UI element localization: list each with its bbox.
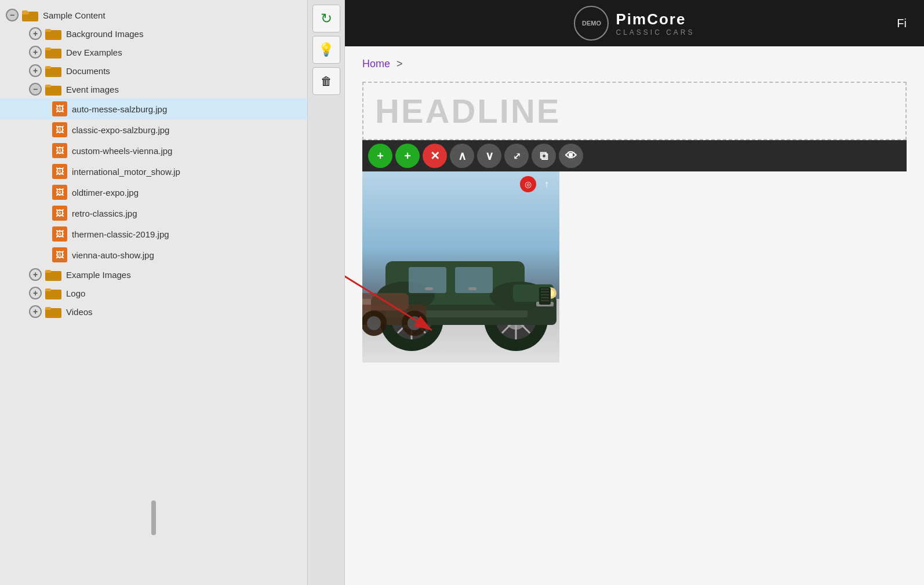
folder-icon-videos: [45, 305, 61, 318]
breadcrumb-home-link[interactable]: Home: [362, 58, 390, 70]
svg-rect-12: [45, 270, 51, 273]
dev-examples-label: Dev Examples: [66, 47, 122, 57]
target-icon[interactable]: ◎: [520, 176, 536, 192]
brand-name: PimCore: [616, 10, 694, 28]
refresh-button[interactable]: ↻: [312, 5, 340, 32]
folder-icon-logo: [45, 287, 61, 299]
svg-rect-44: [539, 287, 551, 305]
file-label-intl-motor: international_motor_show.jp: [72, 167, 180, 177]
file-tree-panel: − Sample Content + Background Images + D…: [0, 0, 307, 585]
content-panel: DEMO PimCore CLASSIC CARS Fi Home > HEAD…: [345, 0, 924, 585]
demo-badge: DEMO: [582, 20, 601, 27]
lightbulb-button[interactable]: 💡: [312, 36, 340, 64]
move-down-button[interactable]: ∨: [477, 144, 501, 168]
list-item-thermen[interactable]: thermen-classic-2019.jpg: [0, 224, 307, 244]
eye-icon: 👁: [565, 149, 577, 163]
file-label-thermen: thermen-classic-2019.jpg: [72, 229, 169, 239]
sidebar-item-dev-examples[interactable]: + Dev Examples: [0, 43, 307, 61]
root-toggle[interactable]: −: [6, 9, 19, 21]
sidebar-item-logo[interactable]: + Logo: [0, 284, 307, 302]
move-up-button[interactable]: ∧: [450, 144, 474, 168]
list-item-custom-wheels[interactable]: custom-wheels-vienna.jpg: [0, 140, 307, 161]
copy-button[interactable]: ⧉: [532, 144, 556, 168]
list-item-intl-motor[interactable]: international_motor_show.jp: [0, 161, 307, 182]
site-header: DEMO PimCore CLASSIC CARS Fi: [345, 0, 924, 46]
brand-sub: CLASSIC CARS: [616, 28, 694, 36]
svg-rect-8: [45, 66, 51, 69]
bg-images-toggle[interactable]: +: [29, 27, 42, 40]
list-item-retro[interactable]: retro-classics.jpg: [0, 203, 307, 224]
svg-rect-53: [362, 293, 409, 310]
add-after-button[interactable]: +: [395, 144, 420, 168]
image-file-icon: [52, 226, 67, 242]
file-label-vienna: vienna-auto-show.jpg: [72, 250, 154, 260]
add-before-button[interactable]: +: [368, 144, 392, 168]
middle-toolbar: ↻ 💡 🗑 ◂: [307, 0, 345, 585]
videos-toggle[interactable]: +: [29, 305, 42, 318]
headline-container: HEADLINE: [362, 82, 907, 140]
tree-root[interactable]: − Sample Content: [0, 6, 307, 24]
list-item-auto-messe[interactable]: auto-messe-salzburg.jpg: [0, 98, 307, 119]
plus-icon-2: +: [404, 149, 411, 163]
folder-icon-docs: [45, 64, 61, 77]
trash-icon: 🗑: [321, 75, 332, 88]
logo-circle: DEMO: [574, 6, 609, 41]
event-images-toggle[interactable]: −: [29, 83, 42, 96]
svg-rect-6: [45, 47, 51, 50]
svg-point-57: [408, 316, 421, 330]
header-nav-label: Fi: [897, 17, 907, 30]
folder-icon-dev: [45, 46, 61, 58]
list-item-oldtimer[interactable]: oldtimer-expo.jpg: [0, 182, 307, 203]
image-file-icon: [52, 206, 67, 221]
remove-button[interactable]: ✕: [423, 144, 447, 168]
logo-area: DEMO PimCore CLASSIC CARS: [574, 6, 694, 41]
sidebar-item-example-images[interactable]: + Example Images: [0, 265, 307, 284]
sidebar-item-documents[interactable]: + Documents: [0, 61, 307, 80]
breadcrumb: Home >: [362, 58, 907, 70]
documents-label: Documents: [66, 66, 110, 76]
image-file-icon: [52, 185, 67, 200]
eye-button[interactable]: 👁: [559, 144, 583, 168]
image-editor-toolbar: + + ✕ ∧ ∨ ⤢ ⧉ 👁: [362, 140, 907, 171]
dev-examples-toggle[interactable]: +: [29, 46, 42, 58]
svg-point-55: [367, 316, 381, 330]
upload-icon[interactable]: ↑: [539, 176, 555, 192]
chevron-up-icon: ∧: [458, 149, 467, 163]
documents-toggle[interactable]: +: [29, 64, 42, 77]
lightbulb-icon: 💡: [318, 42, 334, 57]
brand-text: PimCore CLASSIC CARS: [616, 10, 694, 36]
sidebar-item-background-images[interactable]: + Background Images: [0, 24, 307, 43]
folder-icon: [22, 9, 38, 21]
file-label-classic-expo: classic-expo-salzburg.jpg: [72, 125, 169, 135]
preview-svg: [362, 171, 559, 363]
bg-images-label: Background Images: [66, 29, 143, 39]
example-images-label: Example Images: [66, 270, 131, 280]
example-images-toggle[interactable]: +: [29, 268, 42, 281]
folder-icon-events: [45, 83, 61, 96]
image-file-icon: [52, 143, 67, 158]
corner-icons: ◎ ↑: [520, 176, 555, 192]
svg-rect-14: [45, 288, 51, 291]
sidebar-item-event-images[interactable]: − Event images: [0, 80, 307, 98]
image-file-icon: [52, 247, 67, 262]
logo-label: Logo: [66, 288, 85, 298]
copy-icon: ⧉: [540, 149, 548, 163]
trash-button[interactable]: 🗑: [312, 67, 340, 95]
page-content: Home > HEADLINE + + ✕ ∧ ∨ ⤢: [345, 46, 924, 585]
list-item-classic-expo[interactable]: classic-expo-salzburg.jpg: [0, 119, 307, 140]
svg-rect-51: [468, 287, 476, 290]
svg-rect-10: [45, 85, 51, 87]
expand-button[interactable]: ⤢: [504, 144, 529, 168]
sidebar-item-videos[interactable]: + Videos: [0, 302, 307, 321]
image-file-icon: [52, 164, 67, 179]
breadcrumb-separator: >: [396, 58, 403, 70]
root-label: Sample Content: [43, 10, 106, 20]
file-label-retro: retro-classics.jpg: [72, 209, 137, 218]
logo-toggle[interactable]: +: [29, 287, 42, 299]
scroll-thumb[interactable]: [151, 500, 156, 535]
file-label-oldtimer: oldtimer-expo.jpg: [72, 188, 139, 198]
list-item-vienna[interactable]: vienna-auto-show.jpg: [0, 244, 307, 265]
image-preview: ◎ ↑: [362, 171, 559, 363]
image-file-icon: [52, 101, 67, 116]
event-images-label: Event images: [66, 85, 119, 94]
